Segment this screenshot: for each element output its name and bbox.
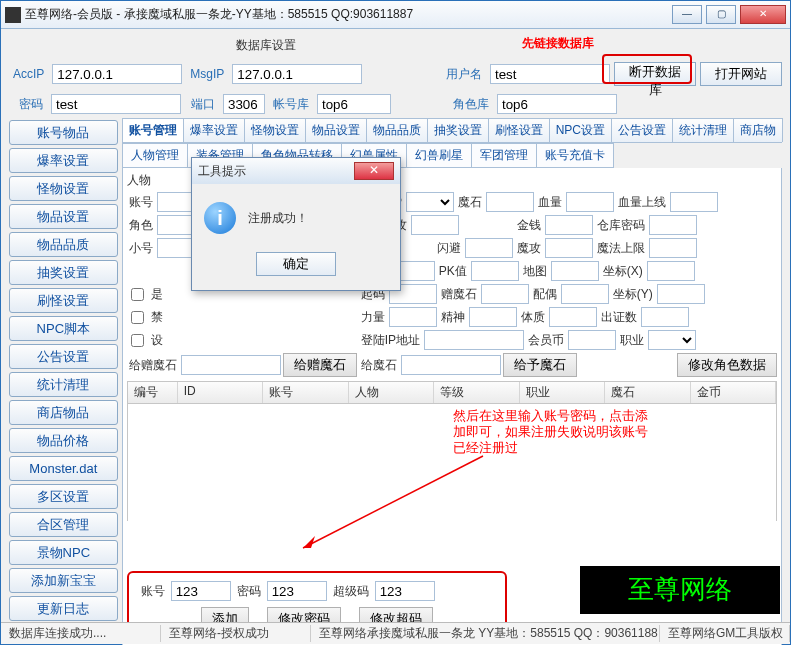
sidebar-item-15[interactable]: 景物NPC — [9, 540, 118, 565]
open-site-button[interactable]: 打开网站 — [700, 62, 782, 86]
tab-8[interactable]: 公告设置 — [611, 118, 673, 142]
titlebar: 至尊网络-会员版 - 承接魔域私服一条龙-YY基地：585515 QQ:9036… — [1, 1, 790, 29]
sidebar-item-17[interactable]: 更新日志 — [9, 596, 118, 621]
inp-mfsx[interactable] — [649, 238, 697, 258]
accdb-input[interactable] — [317, 94, 391, 114]
lbl-xl: 血量 — [536, 194, 564, 211]
subtab-4[interactable]: 幻兽刷星 — [406, 143, 472, 168]
lbl-dt: 地图 — [521, 263, 549, 280]
inp-ms[interactable] — [486, 192, 534, 212]
sidebar-item-5[interactable]: 抽奖设置 — [9, 260, 118, 285]
inp-czs[interactable] — [641, 307, 689, 327]
sidebar-item-0[interactable]: 账号物品 — [9, 120, 118, 145]
tab-3[interactable]: 物品设置 — [305, 118, 367, 142]
col-0[interactable]: 编号 — [128, 382, 178, 403]
inp-sb[interactable] — [465, 238, 513, 258]
roledb-label: 角色库 — [449, 96, 493, 113]
subtab-0[interactable]: 人物管理 — [122, 143, 188, 168]
col-4[interactable]: 等级 — [434, 382, 519, 403]
lbl-xlsx: 血量上线 — [616, 194, 668, 211]
disconnect-db-button[interactable]: 断开数据库 — [614, 62, 696, 86]
btn-give-ms[interactable]: 给予魔石 — [503, 353, 577, 377]
inp-bacc[interactable] — [171, 581, 231, 601]
col-5[interactable]: 职业 — [520, 382, 605, 403]
inp-dt[interactable] — [551, 261, 599, 281]
chk-isvip[interactable] — [131, 288, 144, 301]
sidebar-item-8[interactable]: 公告设置 — [9, 344, 118, 369]
status-4: 至尊网络GM工具版权 — [660, 625, 790, 642]
sidebar-item-14[interactable]: 合区管理 — [9, 512, 118, 537]
tab-10[interactable]: 商店物 — [733, 118, 783, 142]
chk-set[interactable] — [131, 334, 144, 347]
inp-dlip[interactable] — [424, 330, 524, 350]
inp-pkz[interactable] — [471, 261, 519, 281]
tab-5[interactable]: 抽奖设置 — [427, 118, 489, 142]
sidebar-item-7[interactable]: NPC脚本 — [9, 316, 118, 341]
accip-input[interactable] — [52, 64, 182, 84]
maximize-button[interactable]: ▢ — [706, 5, 736, 24]
inp-ckmm[interactable] — [649, 215, 697, 235]
inp-jq[interactable] — [545, 215, 593, 235]
inp-xl[interactable] — [566, 192, 614, 212]
close-button[interactable]: ✕ — [740, 5, 786, 24]
chk-ban[interactable] — [131, 311, 144, 324]
sidebar-item-11[interactable]: 物品价格 — [9, 428, 118, 453]
tab-1[interactable]: 爆率设置 — [183, 118, 245, 142]
inp-zms[interactable] — [481, 284, 529, 304]
sidebar-item-4[interactable]: 物品品质 — [9, 232, 118, 257]
inp-po[interactable] — [561, 284, 609, 304]
minimize-button[interactable]: — — [672, 5, 702, 24]
inp-hyn[interactable] — [568, 330, 616, 350]
inp-bpwd[interactable] — [267, 581, 327, 601]
inp-gzms[interactable] — [181, 355, 281, 375]
tab-4[interactable]: 物品品质 — [366, 118, 428, 142]
sel-vip[interactable] — [406, 192, 454, 212]
lbl-czs: 出证数 — [599, 309, 639, 326]
sidebar-item-13[interactable]: 多区设置 — [9, 484, 118, 509]
col-3[interactable]: 人物 — [349, 382, 434, 403]
tab-7[interactable]: NPC设置 — [549, 118, 612, 142]
dialog-close-button[interactable]: ✕ — [354, 162, 394, 180]
inp-bsup[interactable] — [375, 581, 435, 601]
inp-js[interactable] — [469, 307, 517, 327]
inp-gms[interactable] — [401, 355, 501, 375]
sidebar-item-2[interactable]: 怪物设置 — [9, 176, 118, 201]
col-6[interactable]: 魔石 — [605, 382, 690, 403]
inp-zbx[interactable] — [647, 261, 695, 281]
btn-modify-role[interactable]: 修改角色数据 — [677, 353, 777, 377]
col-7[interactable]: 金币 — [691, 382, 776, 403]
subtab-6[interactable]: 账号充值卡 — [536, 143, 614, 168]
tab-6[interactable]: 刷怪设置 — [488, 118, 550, 142]
lbl-pkz: PK值 — [437, 263, 469, 280]
sel-zy[interactable] — [648, 330, 696, 350]
pwd-input[interactable] — [51, 94, 181, 114]
sidebar-item-6[interactable]: 刷怪设置 — [9, 288, 118, 313]
inp-zby[interactable] — [657, 284, 705, 304]
btn-give-zms[interactable]: 给赠魔石 — [283, 353, 357, 377]
msgip-input[interactable] — [232, 64, 362, 84]
port-input[interactable] — [223, 94, 265, 114]
inp-lq[interactable] — [389, 307, 437, 327]
lbl-js: 精神 — [439, 309, 467, 326]
sidebar-item-3[interactable]: 物品设置 — [9, 204, 118, 229]
lbl-ms: 魔石 — [456, 194, 484, 211]
col-2[interactable]: 账号 — [263, 382, 348, 403]
sidebar-item-12[interactable]: Monster.dat — [9, 456, 118, 481]
tab-0[interactable]: 账号管理 — [122, 118, 184, 142]
inp-tz[interactable] — [549, 307, 597, 327]
subtab-5[interactable]: 军团管理 — [471, 143, 537, 168]
roledb-input[interactable] — [497, 94, 617, 114]
lbl-dlip: 登陆IP地址 — [359, 332, 422, 349]
col-1[interactable]: ID — [178, 382, 263, 403]
tab-2[interactable]: 怪物设置 — [244, 118, 306, 142]
dialog-ok-button[interactable]: 确定 — [256, 252, 336, 276]
sidebar-item-16[interactable]: 添加新宝宝 — [9, 568, 118, 593]
inp-wg[interactable] — [411, 215, 459, 235]
sidebar-item-1[interactable]: 爆率设置 — [9, 148, 118, 173]
inp-xlsx[interactable] — [670, 192, 718, 212]
tab-9[interactable]: 统计清理 — [672, 118, 734, 142]
sidebar-item-9[interactable]: 统计清理 — [9, 372, 118, 397]
user-input[interactable] — [490, 64, 610, 84]
inp-ml[interactable] — [545, 238, 593, 258]
sidebar-item-10[interactable]: 商店物品 — [9, 400, 118, 425]
